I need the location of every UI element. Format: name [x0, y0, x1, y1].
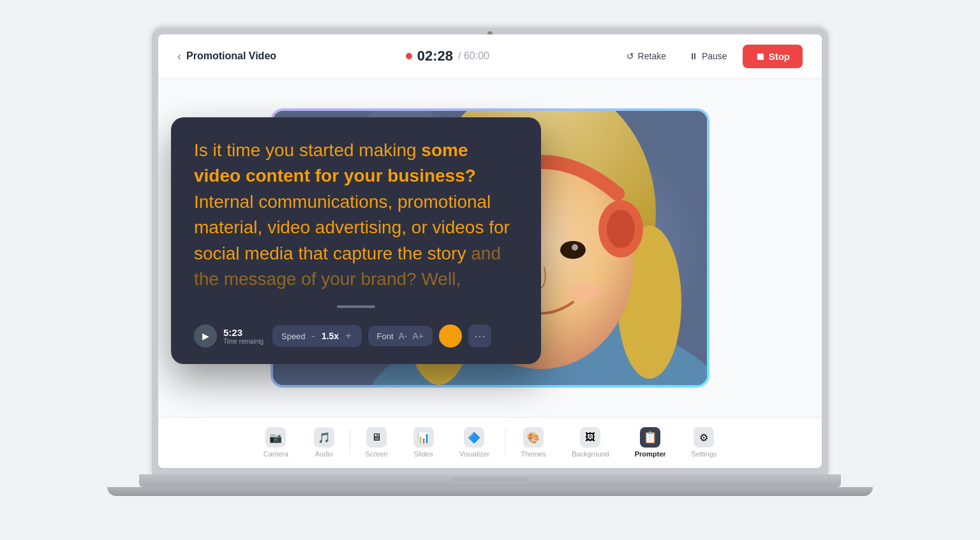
time-remaining: 5:23 — [223, 327, 264, 338]
svg-point-14 — [607, 210, 635, 248]
prompter-icon: 📋 — [640, 427, 660, 448]
speed-control: Speed - 1.5x + — [272, 325, 362, 347]
font-decrease-button[interactable]: A- — [399, 331, 408, 341]
toolbar-visualizer[interactable]: 🔷 Visualizer — [447, 422, 503, 463]
background-icon: 🖼 — [580, 427, 600, 448]
speed-value: 1.5x — [322, 331, 339, 341]
camera-icon: 📷 — [265, 427, 286, 448]
theme-toggle-button[interactable] — [439, 325, 462, 347]
pause-button[interactable]: ⏸ Pause — [681, 46, 735, 66]
time-label: Time remainig — [223, 338, 264, 345]
toolbar-themes-label: Themes — [521, 450, 546, 458]
svg-point-10 — [572, 244, 578, 251]
bottom-toolbar: 📷 Camera 🎵 Audio 🖥 Screen 📊 Slides — [158, 417, 822, 468]
toolbar-screen-label: Screen — [366, 450, 388, 458]
retake-button[interactable]: ↺ Retake — [619, 46, 674, 66]
toolbar-themes[interactable]: 🎨 Themes — [508, 422, 559, 463]
project-title: Promotional Video — [186, 50, 276, 62]
toolbar-settings-label: Settings — [692, 450, 717, 458]
settings-icon: ⚙ — [694, 427, 714, 448]
toolbar-screen[interactable]: 🖥 Screen — [353, 422, 401, 463]
toolbar-visualizer-label: Visualizer — [459, 450, 490, 458]
svg-point-16 — [570, 283, 602, 302]
app-header: ‹ Promotional Video 02:28 / 60:00 ↺ Reta… — [158, 34, 822, 79]
toolbar-divider-1 — [350, 430, 350, 455]
slides-icon: 📊 — [413, 427, 434, 448]
toolbar-prompter-label: Prompter — [635, 450, 666, 458]
retake-icon: ↺ — [627, 51, 634, 61]
screen-icon: 🖥 — [366, 427, 387, 448]
main-content: + Is it time you started making some vid… — [158, 79, 822, 417]
prompter-controls: ▶ 5:23 Time remainig Speed - 1.5x + F — [194, 318, 518, 354]
play-button[interactable]: ▶ — [194, 325, 217, 347]
toolbar-divider-2 — [505, 430, 505, 455]
timer-total: / 60:00 — [458, 50, 489, 62]
time-info: 5:23 Time remainig — [223, 327, 264, 345]
toolbar-background-label: Background — [572, 450, 609, 458]
speed-label: Speed — [281, 332, 306, 341]
timer-current: 02:28 — [417, 48, 453, 64]
more-options-button[interactable]: ⋯ — [468, 325, 491, 347]
audio-icon: 🎵 — [314, 427, 334, 448]
pause-icon: ⏸ — [689, 51, 698, 61]
toolbar-slides-label: Slides — [414, 450, 433, 458]
font-label: Font — [377, 332, 394, 341]
font-control: Font A- A+ — [368, 326, 433, 346]
toolbar-prompter[interactable]: 📋 Prompter — [622, 422, 679, 463]
speed-decrease-button[interactable]: - — [311, 330, 316, 342]
prompter-card: Is it time you started making some video… — [171, 117, 541, 365]
visualizer-icon: 🔷 — [464, 427, 484, 448]
toolbar-audio-label: Audio — [315, 450, 333, 458]
stop-button[interactable]: ⏹ Stop — [743, 45, 803, 68]
toolbar-slides[interactable]: 📊 Slides — [401, 422, 447, 463]
scroll-indicator — [337, 305, 375, 308]
themes-icon: 🎨 — [523, 427, 544, 448]
toolbar-background[interactable]: 🖼 Background — [559, 422, 622, 463]
stop-icon: ⏹ — [755, 51, 765, 62]
speed-increase-button[interactable]: + — [344, 330, 352, 342]
recording-indicator — [406, 53, 412, 59]
toolbar-camera[interactable]: 📷 Camera — [251, 422, 301, 463]
toolbar-camera-label: Camera — [264, 450, 288, 458]
toolbar-audio[interactable]: 🎵 Audio — [301, 422, 347, 463]
font-increase-button[interactable]: A+ — [413, 331, 424, 341]
toolbar-settings[interactable]: ⚙ Settings — [679, 422, 730, 463]
back-button[interactable]: ‹ — [177, 50, 181, 63]
prompter-text: Is it time you started making some video… — [194, 138, 518, 293]
